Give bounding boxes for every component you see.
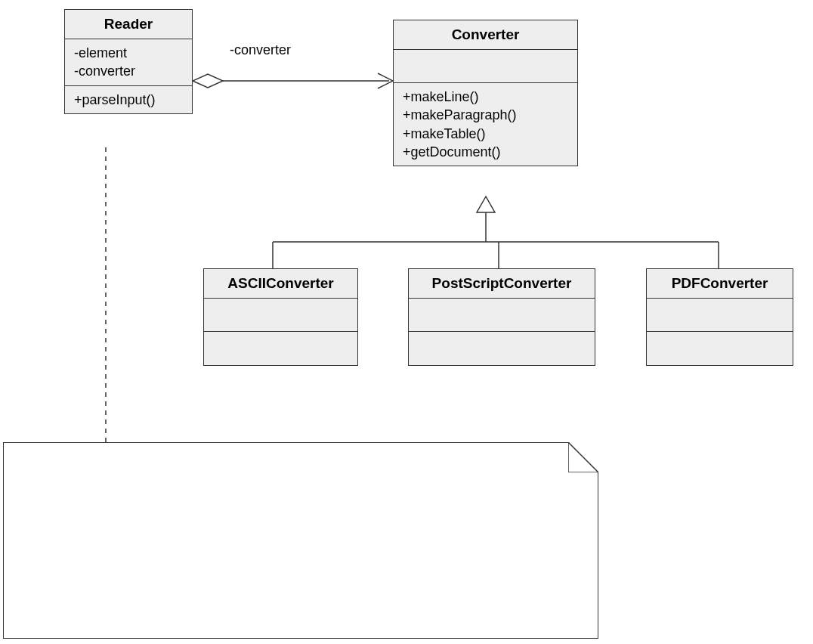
class-ascii-methods xyxy=(204,332,357,365)
class-ascii-attributes xyxy=(204,299,357,332)
association-arrowhead xyxy=(378,73,393,88)
note-box: for each element read switch element.typ… xyxy=(3,442,598,639)
class-converter-methods: +makeLine() +makeParagraph() +makeTable(… xyxy=(394,83,577,166)
class-pdf-attributes xyxy=(647,299,793,332)
method: +parseInput() xyxy=(74,91,183,109)
class-converter: Converter +makeLine() +makeParagraph() +… xyxy=(393,20,578,166)
class-converter-title: Converter xyxy=(394,20,577,50)
inheritance-triangle xyxy=(477,197,495,212)
method: +makeTable() xyxy=(403,125,568,143)
note-fold-icon xyxy=(568,442,598,472)
attr: -converter xyxy=(74,62,183,80)
method: +getDocument() xyxy=(403,143,568,161)
class-reader-attributes: -element -converter xyxy=(65,39,192,86)
class-ascii-title: ASCIIConverter xyxy=(204,269,357,299)
attr: -element xyxy=(74,44,183,62)
method: +makeParagraph() xyxy=(403,106,568,124)
class-postscript-title: PostScriptConverter xyxy=(409,269,595,299)
class-pdf: PDFConverter xyxy=(646,268,793,366)
class-reader-methods: +parseInput() xyxy=(65,86,192,113)
aggregation-diamond xyxy=(193,74,223,88)
association-label: -converter xyxy=(219,38,301,63)
class-converter-attributes xyxy=(394,50,577,83)
class-reader: Reader -element -converter +parseInput() xyxy=(64,9,193,114)
class-ascii: ASCIIConverter xyxy=(203,268,358,366)
class-pdf-methods xyxy=(647,332,793,365)
class-reader-title: Reader xyxy=(65,10,192,39)
class-pdf-title: PDFConverter xyxy=(647,269,793,299)
class-postscript-methods xyxy=(409,332,595,365)
class-postscript: PostScriptConverter xyxy=(408,268,595,366)
method: +makeLine() xyxy=(403,88,568,106)
class-postscript-attributes xyxy=(409,299,595,332)
